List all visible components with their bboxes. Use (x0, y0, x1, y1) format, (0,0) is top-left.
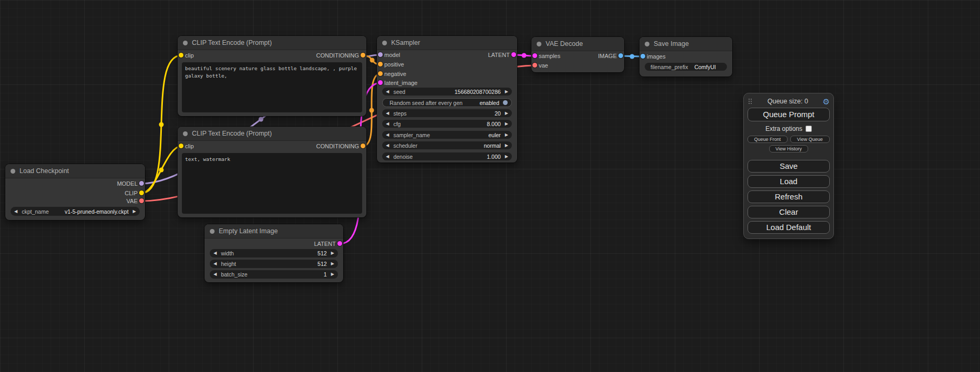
increment-arrow-icon[interactable]: ▶ (505, 155, 508, 159)
collapse-toggle-icon[interactable] (382, 41, 387, 45)
collapse-toggle-icon[interactable] (183, 131, 188, 136)
widget-seed[interactable]: ◀ seed 156680208700286 ▶ (382, 88, 512, 96)
decrement-arrow-icon[interactable]: ◀ (214, 272, 217, 276)
node-load-checkpoint[interactable]: Load Checkpoint MODEL CLIP VAE ◀ ckpt_na… (5, 164, 145, 220)
widget-scheduler[interactable]: ◀ scheduler normal ▶ (382, 141, 512, 149)
settings-gear-icon[interactable]: ⚙ (823, 98, 830, 106)
decrement-arrow-icon[interactable]: ◀ (386, 111, 389, 116)
output-slot-vae: VAE (127, 197, 138, 205)
node-save-image[interactable]: Save Image images filename_prefix ComfyU… (639, 37, 732, 77)
collapse-toggle-icon[interactable] (645, 42, 649, 46)
view-history-button[interactable]: View History (769, 145, 808, 152)
node-ksampler-titlebar[interactable]: KSampler (377, 36, 517, 50)
load-default-button[interactable]: Load Default (748, 221, 830, 234)
refresh-button[interactable]: Refresh (748, 190, 830, 203)
node-clip-text-encode-positive[interactable]: CLIP Text Encode (Prompt) clip CONDITION… (178, 36, 366, 116)
increment-arrow-icon[interactable]: ▶ (331, 272, 334, 276)
increment-arrow-icon[interactable]: ▶ (505, 133, 508, 137)
widget-steps[interactable]: ◀ steps 20 ▶ (382, 109, 512, 117)
widget-random-seed-toggle[interactable]: Random seed after every gen enabled (382, 98, 512, 107)
node-vae-decode-titlebar[interactable]: VAE Decode (531, 37, 624, 51)
decrement-arrow-icon[interactable]: ◀ (214, 262, 217, 266)
increment-arrow-icon[interactable]: ▶ (505, 122, 508, 126)
decrement-arrow-icon[interactable]: ◀ (386, 155, 389, 159)
widget-filename-prefix[interactable]: filename_prefix ComfyUI (645, 63, 727, 71)
decrement-arrow-icon[interactable]: ◀ (386, 133, 389, 137)
link-midpoint-dot (159, 122, 164, 127)
slot-dot-model-output[interactable] (139, 181, 144, 186)
increment-arrow-icon[interactable]: ▶ (331, 251, 334, 255)
decrement-arrow-icon[interactable]: ◀ (386, 90, 389, 94)
collapse-toggle-icon[interactable] (11, 169, 15, 174)
slot-dot-clip-output[interactable] (139, 190, 144, 195)
slot-dot-clip-input[interactable] (179, 53, 183, 58)
slot-dot-conditioning-output[interactable] (361, 53, 365, 58)
slot-dot-positive-input[interactable] (378, 62, 383, 66)
decrement-arrow-icon[interactable]: ◀ (214, 251, 217, 255)
view-queue-button[interactable]: View Queue (790, 136, 830, 143)
node-vae-decode[interactable]: VAE Decode samples vae IMAGE (531, 37, 624, 72)
increment-arrow-icon[interactable]: ▶ (133, 209, 136, 214)
slot-dot-model-input[interactable] (378, 52, 383, 57)
slot-dot-vae-output[interactable] (139, 198, 144, 203)
load-button[interactable]: Load (748, 175, 830, 188)
widget-batch-size[interactable]: ◀ batch_size 1 ▶ (210, 270, 338, 279)
input-slot-clip: clip (185, 52, 194, 59)
widget-width[interactable]: ◀ width 512 ▶ (210, 249, 338, 257)
queue-prompt-button[interactable]: Queue Prompt (748, 108, 830, 121)
toggle-state-icon[interactable] (503, 100, 508, 105)
widget-name: width (221, 250, 234, 256)
extra-options-row: Extra options (748, 125, 830, 132)
increment-arrow-icon[interactable]: ▶ (505, 90, 508, 94)
widget-value: v1-5-pruned-emaonly.ckpt (49, 208, 129, 215)
increment-arrow-icon[interactable]: ▶ (505, 111, 508, 116)
slot-dot-image-output[interactable] (618, 53, 623, 58)
input-slot-samples: samples (539, 52, 560, 60)
widget-sampler-name[interactable]: ◀ sampler_name euler ▶ (382, 131, 512, 139)
node-clip-text-encode-negative[interactable]: CLIP Text Encode (Prompt) clip CONDITION… (178, 127, 366, 217)
slot-dot-vae-input[interactable] (532, 63, 537, 68)
save-button[interactable]: Save (748, 160, 830, 173)
slot-dot-latent-output[interactable] (511, 52, 516, 57)
node-title: KSampler (391, 39, 420, 46)
widget-ckpt-name[interactable]: ◀ ckpt_name v1-5-pruned-emaonly.ckpt ▶ (11, 207, 140, 216)
node-load-checkpoint-titlebar[interactable]: Load Checkpoint (5, 164, 145, 178)
node-title: VAE Decode (546, 40, 583, 47)
extra-options-checkbox[interactable] (806, 126, 812, 132)
widget-value: 20 (406, 110, 501, 117)
node-empty-latent-titlebar[interactable]: Empty Latent Image (205, 224, 343, 239)
widget-cfg[interactable]: ◀ cfg 8.000 ▶ (382, 120, 512, 128)
slot-dot-latent-image-input[interactable] (378, 80, 383, 85)
node-save-image-titlebar[interactable]: Save Image (639, 37, 732, 51)
slot-dot-samples-input[interactable] (532, 53, 537, 58)
slot-dot-images-input[interactable] (641, 54, 645, 59)
drag-handle-icon[interactable] (748, 98, 753, 104)
widget-denoise[interactable]: ◀ denoise 1.000 ▶ (382, 152, 512, 160)
slot-dot-conditioning-output[interactable] (361, 144, 365, 148)
widget-value: 1.000 (413, 154, 501, 160)
node-clip-positive-titlebar[interactable]: CLIP Text Encode (Prompt) (178, 36, 366, 50)
node-empty-latent-image[interactable]: Empty Latent Image LATENT ◀ width 512 ▶ … (205, 224, 343, 282)
widget-name: ckpt_name (22, 208, 48, 215)
clear-button[interactable]: Clear (748, 206, 830, 218)
node-ksampler[interactable]: KSampler model positive negative latent_… (377, 36, 517, 163)
decrement-arrow-icon[interactable]: ◀ (386, 144, 389, 148)
decrement-arrow-icon[interactable]: ◀ (14, 209, 17, 214)
queue-front-button[interactable]: Queue Front (748, 136, 788, 143)
node-canvas[interactable]: Load Checkpoint MODEL CLIP VAE ◀ ckpt_na… (0, 0, 980, 372)
increment-arrow-icon[interactable]: ▶ (505, 144, 508, 148)
slot-dot-negative-input[interactable] (378, 71, 383, 76)
widget-name: batch_size (221, 271, 247, 278)
collapse-toggle-icon[interactable] (210, 229, 215, 234)
prompt-textarea[interactable]: text, watermark (182, 153, 362, 214)
widget-height[interactable]: ◀ height 512 ▶ (210, 260, 338, 268)
node-clip-negative-titlebar[interactable]: CLIP Text Encode (Prompt) (178, 127, 366, 141)
queue-menu-panel: Queue size: 0 ⚙ Queue Prompt Extra optio… (743, 93, 834, 239)
prompt-textarea[interactable]: beautiful scenery nature glass bottle la… (182, 62, 362, 112)
slot-dot-clip-input[interactable] (179, 144, 183, 148)
collapse-toggle-icon[interactable] (537, 42, 541, 46)
slot-dot-latent-output[interactable] (337, 241, 342, 246)
collapse-toggle-icon[interactable] (183, 41, 188, 45)
increment-arrow-icon[interactable]: ▶ (331, 262, 334, 266)
decrement-arrow-icon[interactable]: ◀ (386, 122, 389, 126)
